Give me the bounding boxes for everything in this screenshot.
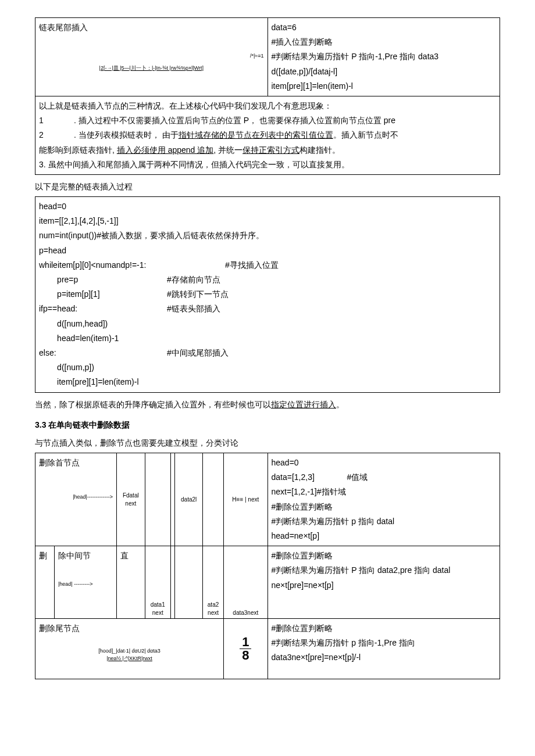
diagram-cell (170, 546, 174, 619)
section-heading: 3.3 在单向链表中删除数据 (35, 418, 500, 432)
diagram-cell (170, 453, 174, 546)
code-line: #删除位置判断略 (272, 500, 497, 514)
summary-line: 1. 插入过程中不仅需要插入位置后向节点的位置 P， 也需要保存插入位置前向节点… (39, 113, 496, 128)
code-line: p=head (39, 243, 496, 258)
code-line: head=len(item)-1 (39, 331, 496, 346)
code-line: num=int(input())#被插入数据，要求插入后链表依然保持升序。 (39, 228, 496, 243)
cell-title: 删除尾节点 (39, 621, 220, 636)
code-line: next=[1,2,-1]#指针域 (272, 485, 497, 499)
summary-line: 3. 虽然中间插入和尾部插入属于两种不同情况，但插入代码完全一致，可以直接复用。 (39, 157, 496, 172)
table-delete: 删除首节点 |head|-------------> Fdatal next d… (35, 453, 500, 679)
summary-line: 以上就是链表插入节点的三种情况。在上述核心代码中我们发现几个有意思现象： (39, 99, 496, 113)
code-line: data=6 (272, 20, 497, 35)
code-line: #删除位置判断略 (272, 549, 497, 563)
cell-title-part: 除中间节 (58, 549, 113, 563)
diagram-text: |head|-------------> (39, 493, 113, 501)
code-line: head=0 (272, 456, 497, 470)
diagram-cell: data3next (224, 546, 268, 619)
diagram-cell (202, 453, 223, 546)
diagram-cell: data1 next (145, 546, 170, 619)
code-line: data=[1,2,3]#值域 (272, 470, 497, 485)
diagram-text: |nea½ |·^|XKtR|rwxt (39, 655, 220, 662)
paragraph: 与节点插入类似，删除节点也需要先建立模型，分类讨论 (35, 436, 500, 450)
fraction-icon: 1 8 (240, 636, 251, 662)
code-line: #判断结果为遍历指针 P 指向-1,Pre 指向 data3 (272, 49, 497, 64)
summary-line: 2. 当使列表模拟链表时， 由于指针域存储的是节点在列表中的索引值位置。插入新节… (39, 128, 496, 142)
code-line: whileitem[p][0]<numandp!=-1:#寻找插入位置 (39, 258, 496, 273)
code-line: pre=p#存储前向节点 (39, 273, 496, 287)
code-line: p=item[p][1]#跳转到下一节点 (39, 287, 496, 302)
code-line: #判断结果为遍历指针 P 指向 data2,pre 指向 datal (272, 563, 497, 578)
diagram-cell: data2l (175, 453, 203, 546)
diagram-cell (145, 453, 170, 546)
diagram-text: |head| ---------> (58, 581, 113, 588)
diagram-cell: Fdatal next (117, 453, 145, 546)
paragraph: 当然，除了根据原链表的升降序确定插入位置外，有些时候也可以指定位置进行插入。 (35, 397, 500, 412)
code-line: data3ne×t[pre]=ne×t[p]/-l (272, 650, 497, 665)
code-line: #删除位置判断略 (272, 621, 497, 636)
code-line: ne×t[pre]=ne×t[p] (272, 578, 497, 593)
diagram-cell: ata2 next (202, 546, 223, 619)
code-line: item=[[2,1],[4,2],[5,-1]] (39, 214, 496, 228)
code-line: d([num,head]) (39, 317, 496, 331)
summary-line: 能影响到原链表指针, 插入必须使用 append 追加, 并统一保持正索引方式构… (39, 143, 496, 157)
code-line: #判断结果为遍历指针 p 指向-1,Pre 指向 (272, 636, 497, 650)
cell-title-part: 删 (35, 546, 55, 619)
cell-title: 链表尾部插入 (39, 20, 264, 35)
cell-title: 删除首节点 (39, 456, 113, 470)
code-line: else:#中间或尾部插入 (39, 346, 496, 360)
diagram-cell: H≡≡ | next (224, 453, 268, 546)
code-line: d([num,p]) (39, 360, 496, 375)
code-line: head=ne×t[p] (272, 529, 497, 543)
code-line: d([date,p])/[dataj-l] (272, 65, 497, 79)
code-line: item[pre][1]=len(item)-l (272, 79, 497, 94)
code-line: head=0 (39, 199, 496, 214)
code-block: head=0 item=[[2,1],[4,2],[5,-1]] num=int… (35, 196, 500, 392)
cell-title-part: 直 (117, 546, 145, 619)
code-line: #判断结果为遍历指针 p 指向 datal (272, 514, 497, 529)
diagram-text: |2[-→|皿 |5—|川一卜：|-|In-¾t |rw¾%p×l|Wrt] (39, 65, 264, 72)
code-line: item[pre][1]=len(item)-l (39, 375, 496, 389)
diagram-text: /*|≈≡1 (39, 52, 264, 60)
diagram-text: [hood]_|dat·1| dαU2| dαta3 (39, 647, 220, 655)
paragraph: 以下是完整的链表插入过程 (35, 180, 500, 194)
code-line: ifp==head:#链表头部插入 (39, 302, 496, 316)
code-line: #插入位置判断略 (272, 35, 497, 49)
diagram-cell (175, 546, 203, 619)
table-tail-insert: 链表尾部插入 /*|≈≡1 |2[-→|皿 |5—|川一卜：|-|In-¾t |… (35, 17, 500, 175)
